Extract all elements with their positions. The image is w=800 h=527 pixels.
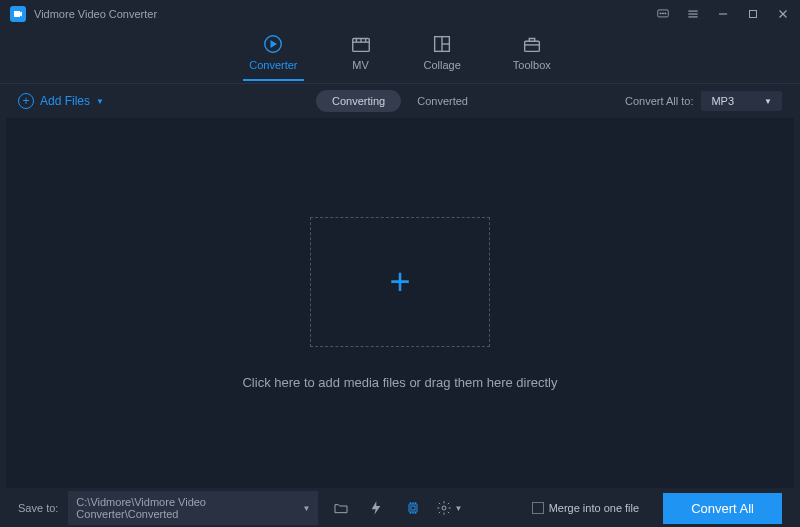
toolbox-icon <box>521 33 543 55</box>
merge-label: Merge into one file <box>549 502 640 514</box>
pill-converting[interactable]: Converting <box>316 90 401 112</box>
plus-circle-icon: + <box>18 93 34 109</box>
app-title: Vidmore Video Converter <box>34 8 656 20</box>
settings-button[interactable]: ▼ <box>436 495 462 521</box>
tab-toolbox[interactable]: Toolbox <box>513 33 551 79</box>
svg-rect-8 <box>750 11 757 18</box>
tab-label: Converter <box>249 59 297 71</box>
chevron-down-icon: ▼ <box>454 504 462 513</box>
svg-rect-22 <box>409 504 417 512</box>
dropzone[interactable]: + <box>310 217 490 347</box>
add-files-button[interactable]: + Add Files ▼ <box>18 93 104 109</box>
tab-converter[interactable]: Converter <box>249 33 297 79</box>
maximize-icon[interactable] <box>746 7 760 21</box>
collage-icon <box>431 33 453 55</box>
tab-collage[interactable]: Collage <box>424 33 461 79</box>
dropzone-text: Click here to add media files or drag th… <box>242 375 557 390</box>
window-controls <box>656 7 790 21</box>
minimize-icon[interactable] <box>716 7 730 21</box>
svg-point-1 <box>660 13 661 14</box>
speed-button[interactable] <box>364 495 390 521</box>
tab-label: MV <box>352 59 369 71</box>
status-filter: Converting Converted <box>316 90 484 112</box>
titlebar: Vidmore Video Converter <box>0 0 800 28</box>
tab-mv[interactable]: MV <box>350 33 372 79</box>
convert-all-button[interactable]: Convert All <box>663 493 782 524</box>
format-dropdown[interactable]: MP3 ▼ <box>701 91 782 111</box>
toolbar: + Add Files ▼ Converting Converted Conve… <box>0 84 800 118</box>
svg-point-30 <box>442 506 446 510</box>
save-to-label: Save to: <box>18 502 58 514</box>
tab-label: Collage <box>424 59 461 71</box>
menu-icon[interactable] <box>686 7 700 21</box>
pill-converted[interactable]: Converted <box>401 90 484 112</box>
feedback-icon[interactable] <box>656 7 670 21</box>
merge-checkbox[interactable]: Merge into one file <box>532 502 640 514</box>
checkbox-icon <box>532 502 544 514</box>
convert-all-to-label: Convert All to: <box>625 95 693 107</box>
mv-icon <box>350 33 372 55</box>
save-path-value: C:\Vidmore\Vidmore Video Converter\Conve… <box>76 496 302 520</box>
convert-all-to: Convert All to: MP3 ▼ <box>625 91 782 111</box>
svg-point-3 <box>665 13 666 14</box>
footer: Save to: C:\Vidmore\Vidmore Video Conver… <box>0 489 800 527</box>
format-value: MP3 <box>711 95 734 107</box>
add-files-label: Add Files <box>40 94 90 108</box>
dropzone-area: + Click here to add media files or drag … <box>6 118 794 488</box>
gpu-button[interactable] <box>400 495 426 521</box>
chevron-down-icon: ▼ <box>96 97 104 106</box>
svg-rect-23 <box>411 506 415 510</box>
chevron-down-icon: ▼ <box>764 97 772 106</box>
main-tabs: Converter MV Collage Toolbox <box>0 28 800 84</box>
svg-rect-20 <box>524 41 539 51</box>
tab-label: Toolbox <box>513 59 551 71</box>
chevron-down-icon: ▼ <box>302 504 310 513</box>
open-folder-button[interactable] <box>328 495 354 521</box>
plus-icon: + <box>389 261 410 303</box>
svg-point-2 <box>662 13 663 14</box>
save-path-dropdown[interactable]: C:\Vidmore\Vidmore Video Converter\Conve… <box>68 491 318 525</box>
app-logo-icon <box>10 6 26 22</box>
close-icon[interactable] <box>776 7 790 21</box>
converter-icon <box>262 33 284 55</box>
